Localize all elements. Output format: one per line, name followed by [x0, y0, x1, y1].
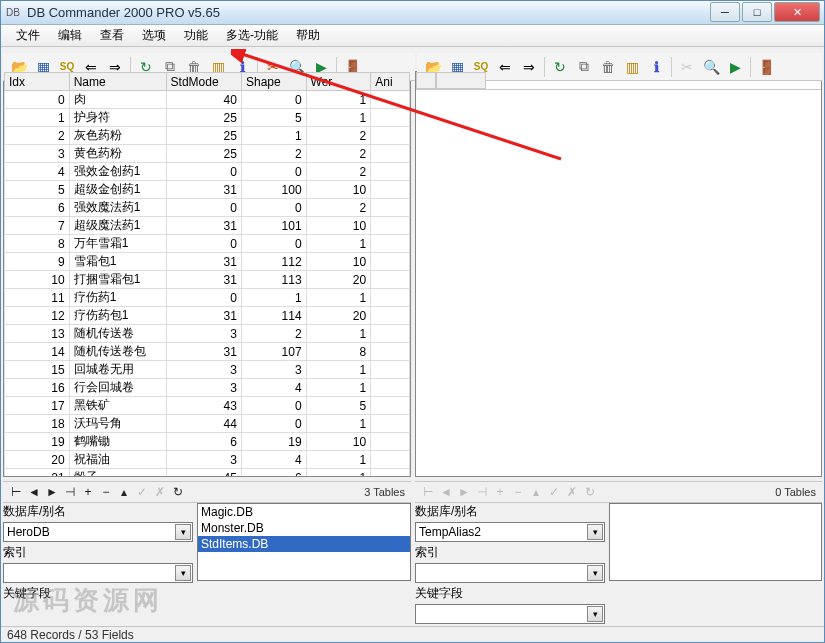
cell-shape[interactable]: 5 [241, 109, 306, 127]
cell-stdmode[interactable]: 25 [166, 145, 241, 163]
col-header-wer[interactable]: Wer [306, 73, 371, 91]
table-row[interactable]: 2 灰色药粉 25 1 2 [5, 127, 410, 145]
cell-shape[interactable]: 0 [241, 235, 306, 253]
list-item[interactable]: StdItems.DB [198, 536, 410, 552]
cell-shape[interactable]: 2 [241, 325, 306, 343]
cell-ani[interactable] [371, 235, 410, 253]
cell-wer[interactable]: 1 [306, 325, 371, 343]
cell-idx[interactable]: 0 [5, 91, 70, 109]
chevron-down-icon[interactable]: ▾ [587, 524, 603, 540]
chevron-down-icon[interactable]: ▾ [587, 565, 603, 581]
table-row[interactable]: 10 打捆雪霜包1 31 113 20 [5, 271, 410, 289]
cell-idx[interactable]: 16 [5, 379, 70, 397]
cell-name[interactable]: 打捆雪霜包1 [69, 271, 166, 289]
cell-idx[interactable]: 9 [5, 253, 70, 271]
cell-ani[interactable] [371, 145, 410, 163]
db-dropdown[interactable]: HeroDB ▾ [3, 522, 193, 542]
cell-name[interactable]: 肉 [69, 91, 166, 109]
cell-idx[interactable]: 11 [5, 289, 70, 307]
cell-stdmode[interactable]: 31 [166, 253, 241, 271]
nav-first-icon[interactable]: ⊢ [9, 485, 23, 499]
cell-name[interactable]: 超级金创药1 [69, 181, 166, 199]
cell-stdmode[interactable]: 45 [166, 469, 241, 477]
table-row[interactable]: 6 强效魔法药1 0 0 2 [5, 199, 410, 217]
nav-cancel-icon[interactable]: ✗ [153, 485, 167, 499]
nav-post-icon[interactable]: ✓ [547, 485, 561, 499]
cell-shape[interactable]: 0 [241, 415, 306, 433]
menu-options[interactable]: 选项 [133, 24, 175, 47]
cell-ani[interactable] [371, 91, 410, 109]
cell-name[interactable]: 疗伤药1 [69, 289, 166, 307]
chevron-down-icon[interactable]: ▾ [175, 524, 191, 540]
cell-shape[interactable]: 107 [241, 343, 306, 361]
cell-wer[interactable]: 10 [306, 217, 371, 235]
cell-name[interactable]: 鹤嘴锄 [69, 433, 166, 451]
cell-name[interactable]: 强效魔法药1 [69, 199, 166, 217]
right-grid-container[interactable] [416, 72, 821, 476]
cell-ani[interactable] [371, 397, 410, 415]
table-row[interactable]: 12 疗伤药包1 31 114 20 [5, 307, 410, 325]
list-item[interactable]: Magic.DB [198, 504, 410, 520]
menu-file[interactable]: 文件 [7, 24, 49, 47]
nav-del-icon[interactable]: − [511, 485, 525, 499]
chevron-down-icon[interactable]: ▾ [587, 606, 603, 622]
cell-name[interactable]: 雪霜包1 [69, 253, 166, 271]
nav-del-icon[interactable]: − [99, 485, 113, 499]
cell-wer[interactable]: 1 [306, 235, 371, 253]
table-row[interactable]: 13 随机传送卷 3 2 1 [5, 325, 410, 343]
cell-ani[interactable] [371, 307, 410, 325]
cell-name[interactable]: 黄色药粉 [69, 145, 166, 163]
cell-idx[interactable]: 14 [5, 343, 70, 361]
cell-ani[interactable] [371, 253, 410, 271]
index-dropdown[interactable]: ▾ [3, 563, 193, 583]
nav-last-icon[interactable]: ⊣ [63, 485, 77, 499]
cell-shape[interactable]: 2 [241, 145, 306, 163]
cell-stdmode[interactable]: 31 [166, 181, 241, 199]
cell-name[interactable]: 随机传送卷包 [69, 343, 166, 361]
nav-add-icon[interactable]: + [493, 485, 507, 499]
nav-next-icon[interactable]: ► [457, 485, 471, 499]
table-row[interactable]: 20 祝福油 3 4 1 [5, 451, 410, 469]
cell-wer[interactable]: 2 [306, 163, 371, 181]
cell-shape[interactable]: 0 [241, 163, 306, 181]
cell-name[interactable]: 回城卷无用 [69, 361, 166, 379]
cell-stdmode[interactable]: 31 [166, 217, 241, 235]
menu-help[interactable]: 帮助 [287, 24, 329, 47]
cell-shape[interactable]: 101 [241, 217, 306, 235]
cell-ani[interactable] [371, 433, 410, 451]
cell-ani[interactable] [371, 163, 410, 181]
cell-idx[interactable]: 21 [5, 469, 70, 477]
cell-wer[interactable]: 20 [306, 271, 371, 289]
cell-ani[interactable] [371, 451, 410, 469]
cell-name[interactable]: 万年雪霜1 [69, 235, 166, 253]
minimize-button[interactable]: ─ [710, 2, 740, 22]
cell-idx[interactable]: 12 [5, 307, 70, 325]
table-row[interactable]: 18 沃玛号角 44 0 1 [5, 415, 410, 433]
db-dropdown[interactable]: TempAlias2 ▾ [415, 522, 605, 542]
nav-first-icon[interactable]: ⊢ [421, 485, 435, 499]
cell-ani[interactable] [371, 343, 410, 361]
tables-listbox[interactable] [609, 503, 822, 581]
col-header-stdmode[interactable]: StdMode [166, 73, 241, 91]
cell-idx[interactable]: 4 [5, 163, 70, 181]
index-dropdown[interactable]: ▾ [415, 563, 605, 583]
nav-next-icon[interactable]: ► [45, 485, 59, 499]
cell-stdmode[interactable]: 0 [166, 163, 241, 181]
cell-stdmode[interactable]: 6 [166, 433, 241, 451]
table-row[interactable]: 7 超级魔法药1 31 101 10 [5, 217, 410, 235]
list-item[interactable]: Monster.DB [198, 520, 410, 536]
cell-shape[interactable]: 0 [241, 199, 306, 217]
cell-wer[interactable]: 2 [306, 127, 371, 145]
cell-shape[interactable]: 3 [241, 361, 306, 379]
cell-shape[interactable]: 19 [241, 433, 306, 451]
key-dropdown[interactable]: ▾ [415, 604, 605, 624]
cell-ani[interactable] [371, 289, 410, 307]
menu-function[interactable]: 功能 [175, 24, 217, 47]
cell-name[interactable]: 沃玛号角 [69, 415, 166, 433]
nav-prev-icon[interactable]: ◄ [439, 485, 453, 499]
cell-idx[interactable]: 18 [5, 415, 70, 433]
menu-multiselect[interactable]: 多选-功能 [217, 24, 287, 47]
cell-ani[interactable] [371, 379, 410, 397]
table-row[interactable]: 21 骰子 45 6 1 [5, 469, 410, 477]
cell-wer[interactable]: 1 [306, 451, 371, 469]
